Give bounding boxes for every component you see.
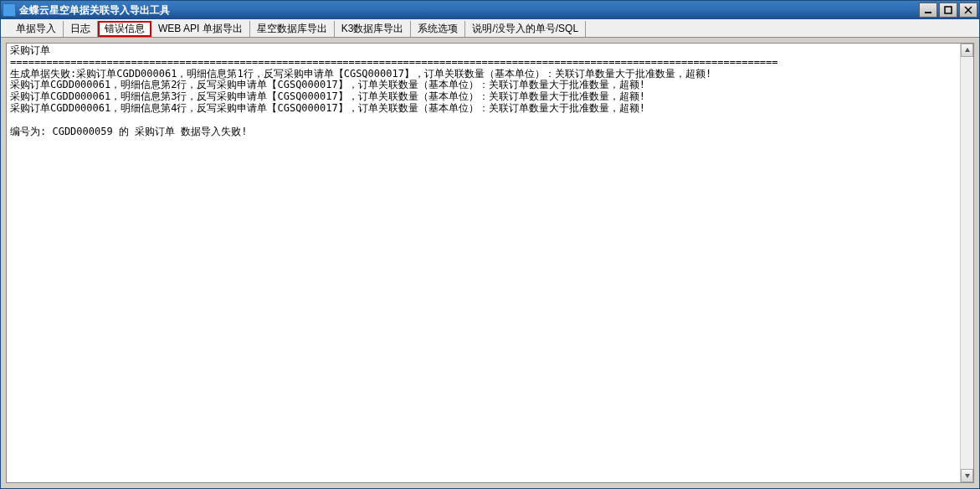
tab-help-notes[interactable]: 说明/没导入的单号/SQL (465, 21, 586, 37)
tab-error-info[interactable]: 错误信息 (98, 21, 151, 37)
tab-star-db-export[interactable]: 星空数据库导出 (250, 21, 335, 37)
app-icon (3, 3, 16, 17)
tab-log[interactable]: 日志 (64, 21, 98, 37)
content-area: 采购订单 ===================================… (1, 38, 979, 488)
error-text-panel: 采购订单 ===================================… (6, 43, 974, 483)
svg-marker-4 (965, 48, 970, 52)
minimize-button[interactable] (919, 3, 937, 18)
text-line: 采购订单CGDD000061，明细信息第2行，反写采购申请单【CGSQ00001… (10, 79, 645, 90)
svg-marker-5 (965, 474, 970, 478)
text-line: 生成单据失败:采购订单CGDD000061，明细信息第1行，反写采购申请单【CG… (10, 68, 711, 80)
scroll-track[interactable] (961, 57, 973, 469)
text-line: 编号为: CGDD000059 的 采购订单 数据导入失败! (10, 126, 248, 137)
tab-system-options[interactable]: 系统选项 (411, 21, 465, 37)
tabstrip: 单据导入 日志 错误信息 WEB API 单据导出 星空数据库导出 K3数据库导… (1, 19, 979, 38)
maximize-icon (944, 6, 952, 14)
vertical-scrollbar[interactable] (960, 44, 973, 482)
text-line: 采购订单CGDD000061，明细信息第3行，反写采购申请单【CGSQ00001… (10, 90, 645, 102)
scroll-down-button[interactable] (961, 469, 973, 482)
tab-k3-db-export[interactable]: K3数据库导出 (335, 21, 412, 37)
maximize-button[interactable] (939, 3, 957, 18)
close-icon (964, 6, 972, 14)
chevron-up-icon (964, 47, 971, 54)
text-line: 采购订单 (10, 44, 50, 56)
window-buttons (919, 3, 977, 18)
error-text-content[interactable]: 采购订单 ===================================… (7, 44, 973, 482)
titlebar: 金蝶云星空单据关联导入导出工具 (1, 1, 979, 19)
main-window: 金蝶云星空单据关联导入导出工具 单据导入 日志 错误信息 WEB API 单据导… (0, 0, 980, 489)
chevron-down-icon (964, 472, 971, 479)
window-title: 金蝶云星空单据关联导入导出工具 (19, 3, 919, 18)
tab-import[interactable]: 单据导入 (9, 21, 64, 37)
minimize-icon (924, 6, 932, 14)
close-button[interactable] (959, 3, 977, 18)
tab-webapi-export[interactable]: WEB API 单据导出 (151, 21, 250, 37)
text-line: ========================================… (10, 56, 778, 68)
svg-rect-1 (945, 7, 952, 13)
text-line: 采购订单CGDD000061，明细信息第4行，反写采购申请单【CGSQ00001… (10, 102, 645, 114)
scroll-up-button[interactable] (961, 44, 973, 57)
